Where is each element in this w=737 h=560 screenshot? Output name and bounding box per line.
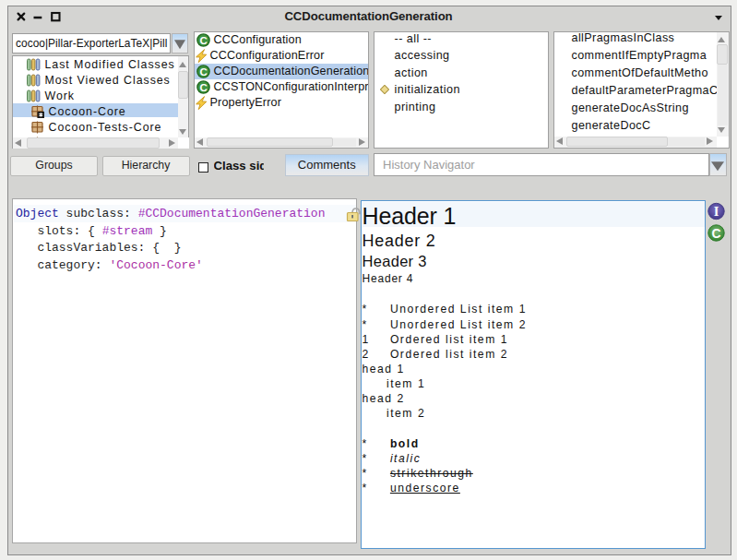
svg-text:C: C [711, 226, 720, 241]
svg-text:C: C [200, 66, 208, 77]
svg-text:C: C [200, 81, 208, 92]
svg-text:I: I [714, 204, 719, 219]
svg-text:C: C [200, 34, 208, 45]
